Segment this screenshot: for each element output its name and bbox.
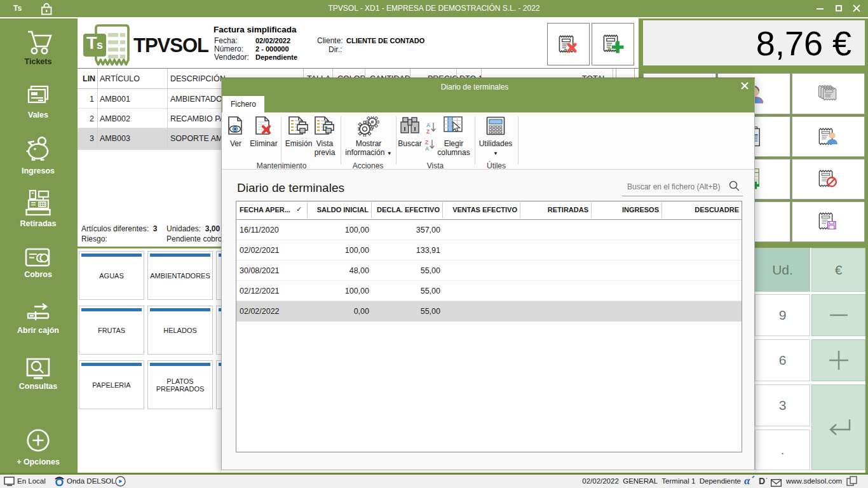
svg-text:T: T xyxy=(86,34,97,53)
svg-text:Z: Z xyxy=(426,128,430,135)
svg-text:s: s xyxy=(97,39,103,51)
svg-text:D: D xyxy=(759,477,765,486)
svg-text:α: α xyxy=(744,476,750,486)
svg-text:A: A xyxy=(425,146,429,152)
svg-text:A: A xyxy=(426,122,430,128)
svg-text:Z: Z xyxy=(425,139,428,146)
